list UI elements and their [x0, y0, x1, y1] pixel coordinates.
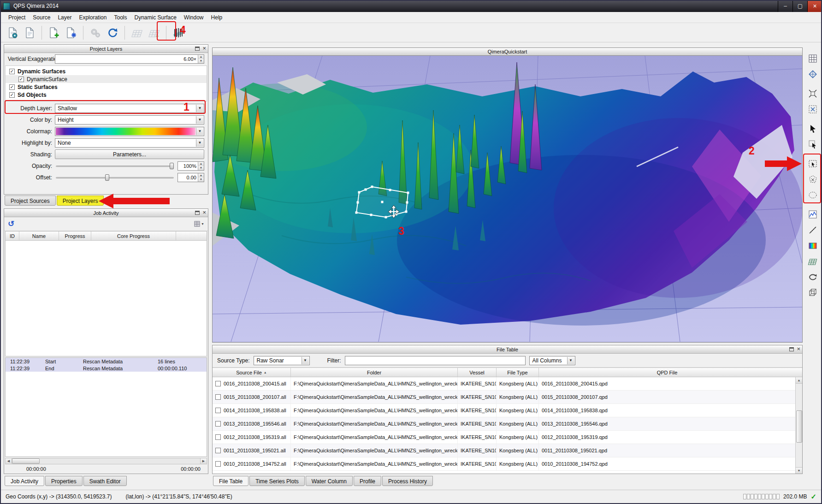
- spinner-buttons[interactable]: ▲▼: [198, 162, 204, 170]
- table-row[interactable]: 0010_20110308_194752.all F:\QimeraQuicks…: [213, 457, 802, 471]
- column-options-button[interactable]: ▼: [194, 221, 204, 227]
- tab-file-table[interactable]: File Table: [213, 476, 248, 486]
- table-row[interactable]: 0016_20110308_200415.all F:\QimeraQuicks…: [213, 377, 802, 391]
- tab-properties[interactable]: Properties: [45, 476, 83, 486]
- depth-layer-combobox[interactable]: Shallow▼: [55, 104, 204, 113]
- menu-help[interactable]: Help: [207, 13, 226, 22]
- measure-tool-button[interactable]: [806, 223, 820, 237]
- open-project-button[interactable]: [22, 25, 37, 41]
- filter-input[interactable]: [345, 356, 526, 365]
- column-qpd-file[interactable]: QPD File: [539, 368, 795, 377]
- checkbox[interactable]: [18, 77, 24, 82]
- menu-layer[interactable]: Layer: [54, 13, 75, 22]
- close-panel-icon[interactable]: ×: [202, 210, 206, 215]
- row-checkbox[interactable]: [215, 448, 221, 453]
- chevron-down-icon[interactable]: ▼: [196, 139, 203, 147]
- row-checkbox[interactable]: [215, 394, 221, 400]
- zoom-extents-button[interactable]: [806, 87, 820, 101]
- 3d-viewport[interactable]: [212, 56, 803, 343]
- column-source-file[interactable]: Source File▲: [213, 368, 291, 377]
- pointer-tool-button[interactable]: [806, 122, 820, 136]
- rotate-view-button[interactable]: [806, 270, 820, 284]
- column-vessel[interactable]: Vessel: [458, 368, 497, 377]
- scroll-down-icon[interactable]: ▼: [796, 467, 802, 474]
- menu-tools[interactable]: Tools: [110, 13, 130, 22]
- offset-spinbox[interactable]: 0.00▲▼: [177, 173, 204, 182]
- add-raw-sonar-files-button[interactable]: [46, 25, 62, 41]
- scroll-up-icon[interactable]: ▲: [796, 377, 802, 384]
- create-dynamic-surface-button[interactable]: [129, 25, 145, 41]
- float-panel-icon[interactable]: [195, 211, 200, 215]
- checkbox[interactable]: [9, 69, 15, 74]
- chevron-down-icon[interactable]: ▼: [196, 105, 203, 112]
- minimize-button[interactable]: –: [778, 0, 792, 12]
- table-row[interactable]: 0011_20110308_195021.all F:\QimeraQuicks…: [213, 444, 802, 457]
- area-editor-button[interactable]: [171, 25, 186, 41]
- scrollbar-thumb[interactable]: [796, 410, 802, 443]
- column-name[interactable]: Name: [19, 231, 59, 240]
- color-by-combobox[interactable]: Height▼: [55, 115, 204, 125]
- perspective-view-button[interactable]: [806, 286, 820, 300]
- opacity-slider[interactable]: [55, 161, 175, 171]
- shading-parameters-button[interactable]: Parameters...: [55, 149, 204, 159]
- menu-source[interactable]: Source: [29, 13, 54, 22]
- menu-dynamic-surface[interactable]: Dynamic Surface: [130, 13, 180, 22]
- tab-water-column[interactable]: Water Column: [306, 476, 353, 486]
- float-panel-icon[interactable]: [195, 47, 200, 51]
- table-row[interactable]: 0013_20110308_195546.all F:\QimeraQuicks…: [213, 417, 802, 431]
- scroll-left-icon[interactable]: ◀: [6, 458, 12, 464]
- menu-exploration[interactable]: Exploration: [75, 13, 110, 22]
- tree-item-dynamic-surfaces[interactable]: Dynamic Surfaces: [6, 67, 207, 75]
- opacity-spinbox[interactable]: 100%▲▼: [177, 161, 204, 171]
- tree-item-sd-objects[interactable]: Sd Objects: [6, 91, 207, 99]
- create-static-surface-button[interactable]: [146, 25, 162, 41]
- colormap-tool-button[interactable]: [806, 239, 820, 253]
- close-panel-icon[interactable]: ×: [797, 347, 800, 351]
- tree-item-static-surfaces[interactable]: Static Surfaces: [6, 83, 207, 91]
- log-row[interactable]: 11:22:39 Start Rescan Metadata 16 lines: [6, 358, 207, 365]
- pick-tool-button[interactable]: [806, 137, 820, 151]
- column-id[interactable]: ID: [6, 231, 19, 240]
- spinner-buttons[interactable]: ▲▼: [198, 55, 204, 63]
- ellipse-select-tool-button[interactable]: [806, 188, 820, 202]
- tab-profile[interactable]: Profile: [354, 476, 381, 486]
- vertical-exaggeration-field[interactable]: 6.00× ▲▼: [55, 54, 204, 64]
- mesh-view-button[interactable]: [806, 67, 820, 81]
- add-processed-files-button[interactable]: [63, 25, 79, 41]
- profile-tool-button[interactable]: [806, 208, 820, 221]
- processing-settings-button[interactable]: [88, 25, 103, 41]
- row-checkbox[interactable]: [215, 421, 221, 427]
- column-file-type[interactable]: File Type: [497, 368, 539, 377]
- offset-slider[interactable]: [55, 173, 175, 182]
- column-folder[interactable]: Folder: [291, 368, 458, 377]
- menu-project[interactable]: Project: [5, 13, 29, 22]
- new-project-button[interactable]: [5, 25, 20, 41]
- chevron-down-icon[interactable]: ▼: [302, 357, 309, 364]
- table-row[interactable]: 0012_20110308_195319.all F:\QimeraQuicks…: [213, 431, 802, 444]
- tab-time-series-plots[interactable]: Time Series Plots: [249, 476, 305, 486]
- row-checkbox[interactable]: [215, 408, 221, 413]
- row-checkbox[interactable]: [215, 434, 221, 440]
- close-panel-icon[interactable]: ×: [202, 46, 206, 51]
- grid-view-button[interactable]: [806, 52, 820, 65]
- tab-project-sources[interactable]: Project Sources: [5, 196, 56, 206]
- polygon-select-tool-button[interactable]: [806, 172, 820, 186]
- float-panel-icon[interactable]: [789, 347, 794, 351]
- chevron-down-icon[interactable]: ▼: [196, 116, 203, 124]
- scrollbar-thumb[interactable]: [12, 458, 40, 464]
- spinner-buttons[interactable]: ▲▼: [198, 173, 204, 182]
- column-progress[interactable]: Progress: [59, 231, 91, 240]
- tab-swath-editor[interactable]: Swath Editor: [83, 476, 127, 486]
- column-core-progress[interactable]: Core Progress: [91, 231, 176, 240]
- surface-view-button[interactable]: [806, 255, 820, 268]
- highlight-by-combobox[interactable]: None▼: [55, 138, 204, 148]
- columns-filter-combobox[interactable]: All Columns▼: [529, 356, 575, 365]
- source-type-combobox[interactable]: Raw Sonar▼: [254, 356, 310, 365]
- tab-process-history[interactable]: Process History: [382, 476, 433, 486]
- tab-project-layers[interactable]: Project Layers: [57, 196, 104, 206]
- table-row[interactable]: 0015_20110308_200107.all F:\QimeraQuicks…: [213, 391, 802, 404]
- checkbox[interactable]: [9, 92, 15, 98]
- row-checkbox[interactable]: [215, 381, 221, 386]
- tab-job-activity[interactable]: Job Activity: [5, 476, 44, 486]
- colormap-combobox[interactable]: ▼: [55, 127, 204, 136]
